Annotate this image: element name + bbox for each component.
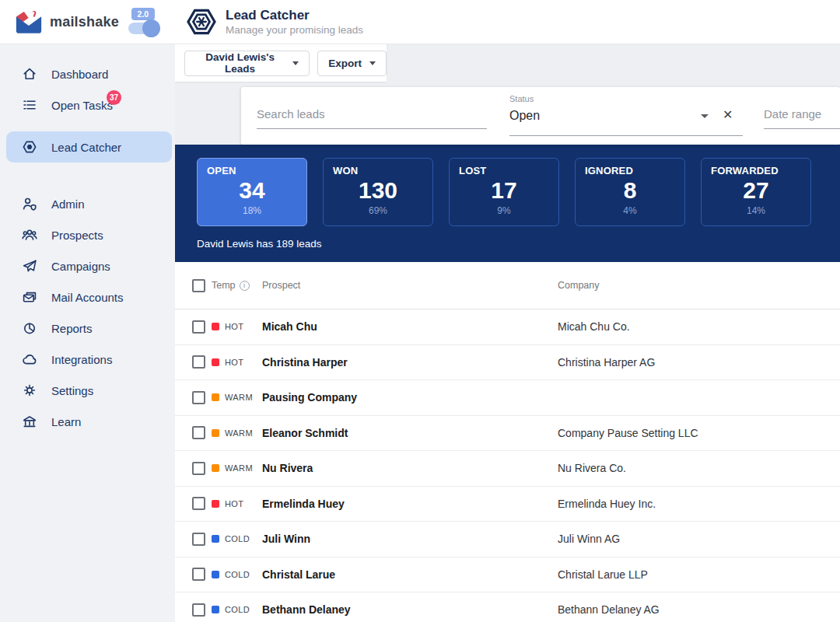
stat-card-percent: 9%	[450, 205, 558, 216]
sidebar-item-campaigns[interactable]: Campaigns	[0, 250, 175, 281]
prospects-icon	[22, 227, 37, 243]
sidebar-item-label: Reports	[51, 322, 93, 335]
settings-icon	[22, 383, 37, 398]
company-name: Company Pause Setting LLC	[558, 427, 823, 439]
company-name: Bethann Delaney AG	[558, 603, 823, 616]
table-row[interactable]: WARM Eleanor Schmidt Company Pause Setti…	[175, 416, 840, 452]
temp-label: COLD	[225, 605, 250, 614]
stat-card-percent: 18%	[198, 205, 306, 216]
table-body: HOT Micah Chu Micah Chu Co. HOT Christin…	[175, 309, 840, 622]
company-name: Christina Harper AG	[558, 356, 823, 369]
status-select[interactable]: Status Open ✕	[509, 94, 743, 136]
stat-card-label: FORWARDED	[711, 165, 810, 176]
table-row[interactable]: COLD Bethann Delaney Bethann Delaney AG	[175, 592, 840, 622]
sidebar-item-dashboard[interactable]: Dashboard	[0, 58, 175, 89]
stat-card-lost[interactable]: LOST 17 9%	[449, 158, 559, 226]
search-input[interactable]	[257, 103, 487, 129]
temp-color-icon	[212, 571, 219, 578]
sidebar-item-settings[interactable]: Settings	[0, 375, 175, 406]
row-checkbox[interactable]	[192, 320, 205, 334]
topbar: mailshake 2.0 Lead Catcher Manage your p…	[0, 0, 840, 44]
sidebar-item-integrations[interactable]: Integrations	[0, 344, 175, 375]
temp-color-icon	[212, 358, 219, 366]
row-checkbox[interactable]	[192, 568, 205, 581]
row-checkbox[interactable]	[192, 426, 205, 439]
tasks-icon	[22, 97, 37, 113]
open-tasks-count-badge: 37	[107, 90, 121, 105]
date-range-field	[764, 103, 840, 129]
table-row[interactable]: HOT Micah Chu Micah Chu Co.	[175, 309, 840, 345]
prospect-name: Nu Rivera	[262, 462, 558, 474]
row-checkbox[interactable]	[192, 391, 205, 404]
sidebar-item-label: Integrations	[51, 353, 112, 366]
sidebar-item-label: Dashboard	[51, 68, 108, 81]
table-row[interactable]: COLD Juli Winn Juli Winn AG	[175, 522, 840, 557]
sidebar-item-prospects[interactable]: Prospects	[0, 219, 175, 250]
integrations-icon	[22, 351, 37, 367]
column-header-temp: Temp	[212, 280, 236, 291]
stat-card-label: IGNORED	[585, 165, 684, 176]
lead-catcher-icon	[185, 5, 218, 38]
table-row[interactable]: HOT Christina Harper Christina Harper AG	[175, 345, 840, 381]
stat-card-won[interactable]: WON 130 69%	[323, 158, 433, 226]
row-checkbox[interactable]	[192, 497, 205, 510]
stat-card-value: 130	[324, 177, 432, 203]
table-header: Temp Prospect Company	[175, 262, 840, 309]
stat-card-open[interactable]: OPEN 34 18%	[197, 158, 307, 226]
learn-icon	[22, 414, 37, 429]
temp-label: COLD	[225, 570, 250, 579]
search-field	[257, 103, 487, 129]
status-label: Status	[509, 94, 743, 103]
table-row[interactable]: HOT Ermelinda Huey Ermelinda Huey Inc.	[175, 487, 840, 522]
stat-card-value: 8	[576, 177, 684, 203]
page-subtitle: Manage your promising leads	[226, 24, 363, 36]
row-checkbox[interactable]	[192, 603, 205, 617]
row-checkbox[interactable]	[192, 533, 205, 546]
select-all-checkbox[interactable]	[192, 279, 205, 292]
table-row[interactable]: COLD Christal Larue Christal Larue LLP	[175, 557, 840, 593]
stat-card-value: 17	[450, 177, 558, 203]
version-toggle[interactable]	[128, 23, 158, 34]
temp-label: WARM	[225, 463, 253, 473]
sidebar-item-open-tasks[interactable]: Open Tasks 37	[0, 89, 175, 121]
date-range-input[interactable]	[764, 103, 840, 129]
app-root: mailshake 2.0 Lead Catcher Manage your p…	[0, 0, 840, 622]
prospect-name: Bethann Delaney	[262, 603, 558, 616]
row-checkbox[interactable]	[192, 355, 205, 369]
chevron-down-icon	[369, 61, 376, 65]
version-badge: 2.0	[131, 8, 156, 21]
company-name: Micah Chu Co.	[558, 320, 823, 333]
page-title-block: Lead Catcher Manage your promising leads	[226, 8, 363, 36]
clear-status-icon[interactable]: ✕	[723, 107, 733, 122]
temp-label: WARM	[225, 428, 253, 438]
sidebar-item-reports[interactable]: Reports	[0, 313, 175, 344]
sidebar-item-label: Prospects	[51, 229, 103, 242]
sidebar-item-lead-catcher[interactable]: Lead Catcher	[6, 131, 172, 162]
company-name: Ermelinda Huey Inc.	[558, 498, 823, 510]
stat-card-forwarded[interactable]: FORWARDED 27 14%	[701, 158, 811, 226]
sidebar-nav: Dashboard Open Tasks 37 Lead Catcher Adm…	[0, 44, 175, 622]
filter-card: Status Open ✕	[241, 87, 840, 145]
info-icon[interactable]	[240, 281, 250, 291]
stat-card-ignored[interactable]: IGNORED 8 4%	[575, 158, 685, 226]
export-button[interactable]: Export	[317, 51, 387, 76]
temp-label: HOT	[225, 322, 243, 331]
table-row[interactable]: WARM Nu Rivera Nu Rivera Co.	[175, 451, 840, 487]
leads-owner-dropdown-label: David Lewis's Leads	[195, 51, 285, 75]
sidebar-item-learn[interactable]: Learn	[0, 406, 175, 437]
leads-owner-dropdown[interactable]: David Lewis's Leads	[184, 51, 310, 76]
mail-accounts-icon	[22, 289, 37, 305]
sidebar-item-label: Mail Accounts	[51, 291, 124, 304]
prospect-name: Juli Winn	[262, 533, 558, 545]
stat-card-label: LOST	[459, 165, 558, 176]
prospect-name: Eleanor Schmidt	[262, 427, 558, 439]
row-checkbox[interactable]	[192, 462, 205, 475]
page-title: Lead Catcher	[226, 8, 363, 23]
table-row[interactable]: WARM Pausing Company	[175, 380, 840, 416]
sidebar-item-mail-accounts[interactable]: Mail Accounts	[0, 281, 175, 313]
prospect-name: Micah Chu	[262, 320, 558, 333]
prospect-name: Christal Larue	[262, 568, 558, 581]
sidebar-item-admin[interactable]: Admin	[0, 188, 175, 219]
chevron-down-icon[interactable]	[701, 114, 709, 118]
export-button-label: Export	[328, 58, 362, 69]
